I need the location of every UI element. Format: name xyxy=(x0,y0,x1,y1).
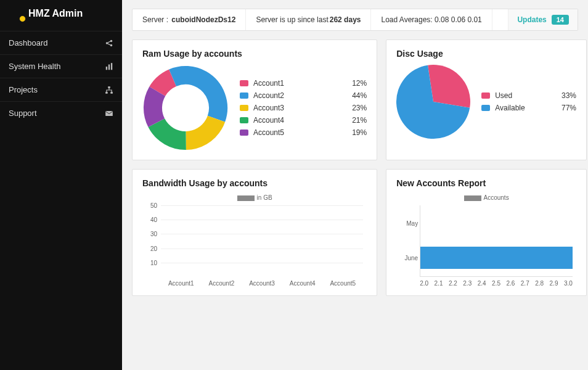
share-icon xyxy=(105,39,113,47)
card-disc-usage: Disc Usage Used33%Available77% xyxy=(386,39,587,160)
x-tick-label: 2.5 xyxy=(492,280,500,287)
svg-rect-3 xyxy=(106,67,107,70)
sidebar-item-label: Dashboard xyxy=(9,38,48,47)
legend-swatch xyxy=(240,117,248,123)
sitemap-icon xyxy=(105,86,113,94)
legend-row: Account112% xyxy=(240,79,367,88)
legend-row: Used33% xyxy=(481,91,576,100)
legend-label: Account1 xyxy=(253,79,342,88)
legend-swatch xyxy=(240,105,248,111)
svg-rect-5 xyxy=(111,63,112,70)
x-tick-label: 2.3 xyxy=(463,280,472,287)
legend-swatch xyxy=(240,92,248,99)
x-tick-label: Account1 xyxy=(168,280,194,287)
hbar xyxy=(420,247,573,268)
y-tick-label: 50 xyxy=(142,202,157,209)
legend-swatch xyxy=(240,80,248,86)
brand-name: HMZ Admin xyxy=(28,8,83,19)
disc-legend: Used33%Available77% xyxy=(481,88,576,116)
svg-rect-7 xyxy=(105,91,108,93)
ram-legend: Account112%Account244%Account323%Account… xyxy=(240,75,367,141)
svg-rect-9 xyxy=(105,110,113,115)
sidebar-item-label: Projects xyxy=(9,85,38,94)
svg-point-14 xyxy=(142,65,229,151)
y-tick-label: 40 xyxy=(142,216,157,223)
legend-label: Used xyxy=(495,91,552,100)
x-tick-label: 2.8 xyxy=(535,280,544,287)
nav: Dashboard System Health Projects Support xyxy=(0,31,122,125)
y-category-label: June xyxy=(398,255,418,261)
x-tick-label: Account3 xyxy=(249,280,275,287)
dashboard-grid: Ram Usage by accounts Account112%Account… xyxy=(132,39,578,296)
legend-label: Account4 xyxy=(253,116,342,125)
sidebar-item-support[interactable]: Support xyxy=(0,101,122,125)
svg-point-1 xyxy=(110,39,113,42)
x-tick-label: Account2 xyxy=(209,280,235,287)
sidebar-item-label: System Health xyxy=(9,62,61,71)
updates-count-badge: 14 xyxy=(552,15,569,25)
y-tick-label: 10 xyxy=(142,259,157,266)
svg-point-0 xyxy=(106,42,108,44)
x-tick-label: 2.7 xyxy=(521,280,529,287)
server-info: Server : cuboidNodezDs12 xyxy=(133,9,246,30)
chart-legend: in GB xyxy=(142,194,367,201)
svg-rect-6 xyxy=(108,86,110,88)
legend-row: Account421% xyxy=(240,116,367,125)
new-accounts-bar-chart: AccountsMayJune2.02.12.22.32.42.52.62.72… xyxy=(396,194,576,287)
x-tick-label: 2.1 xyxy=(435,280,443,287)
sidebar-item-label: Support xyxy=(9,109,37,118)
card-title: Disc Usage xyxy=(396,49,576,59)
disc-pie-chart xyxy=(396,65,470,139)
legend-label: Available xyxy=(495,104,552,112)
legend-label: Account5 xyxy=(253,128,342,137)
hbar-row: June xyxy=(420,242,573,274)
sidebar-item-projects[interactable]: Projects xyxy=(0,78,122,101)
card-new-accounts: New Accounts Report AccountsMayJune2.02.… xyxy=(386,169,587,296)
card-ram-usage: Ram Usage by accounts Account112%Account… xyxy=(132,39,377,160)
uptime-info: Server is up since last262 days xyxy=(246,9,371,30)
sidebar: HMZ Admin Dashboard System Health Projec… xyxy=(0,0,122,370)
legend-value: 23% xyxy=(347,104,367,112)
updates-button[interactable]: Updates 14 xyxy=(508,9,578,30)
x-tick-label: 2.9 xyxy=(550,280,558,287)
legend-value: 12% xyxy=(347,79,367,88)
card-title: Ram Usage by accounts xyxy=(142,49,367,59)
main-content: Server : cuboidNodezDs12 Server is up si… xyxy=(122,0,588,370)
legend-row: Account323% xyxy=(240,104,367,112)
legend-label: Account3 xyxy=(253,104,342,112)
x-tick-label: 2.2 xyxy=(449,280,457,287)
x-tick-label: 2.6 xyxy=(506,280,515,287)
legend-swatch xyxy=(481,105,490,111)
sidebar-item-dashboard[interactable]: Dashboard xyxy=(0,31,122,54)
y-tick-label: 20 xyxy=(142,245,157,252)
brand-icon xyxy=(9,7,23,20)
x-tick-label: 3.0 xyxy=(564,280,573,287)
svg-rect-8 xyxy=(110,91,113,93)
load-info: Load Averages: 0.08 0.06 0.01 xyxy=(371,9,492,30)
svg-rect-4 xyxy=(108,64,110,70)
y-category-label: May xyxy=(398,220,418,227)
legend-row: Available77% xyxy=(481,104,576,112)
chart-legend: Accounts xyxy=(396,194,576,201)
card-title: New Accounts Report xyxy=(396,178,576,188)
legend-label: Account2 xyxy=(253,91,342,100)
legend-row: Account244% xyxy=(240,91,367,100)
legend-value: 33% xyxy=(557,91,576,100)
sidebar-item-system-health[interactable]: System Health xyxy=(0,54,122,78)
legend-value: 44% xyxy=(347,91,367,100)
brand-logo: HMZ Admin xyxy=(0,0,122,27)
ram-donut-chart xyxy=(142,65,229,151)
card-bandwidth: Bandwidth Usage by accounts in GB1020304… xyxy=(132,169,377,296)
svg-point-2 xyxy=(110,44,113,46)
legend-swatch xyxy=(481,92,490,99)
legend-value: 19% xyxy=(347,128,367,137)
card-title: Bandwidth Usage by accounts xyxy=(142,178,367,188)
legend-row: Account519% xyxy=(240,128,367,137)
legend-value: 77% xyxy=(557,104,576,112)
y-tick-label: 30 xyxy=(142,231,157,237)
legend-value: 21% xyxy=(347,116,367,125)
topbar: Server : cuboidNodezDs12 Server is up si… xyxy=(132,9,578,31)
bandwidth-bar-chart: in GB1020304050Account1Account2Account3A… xyxy=(142,194,367,287)
hbar-row: May xyxy=(420,208,573,240)
x-tick-label: Account5 xyxy=(330,280,356,287)
